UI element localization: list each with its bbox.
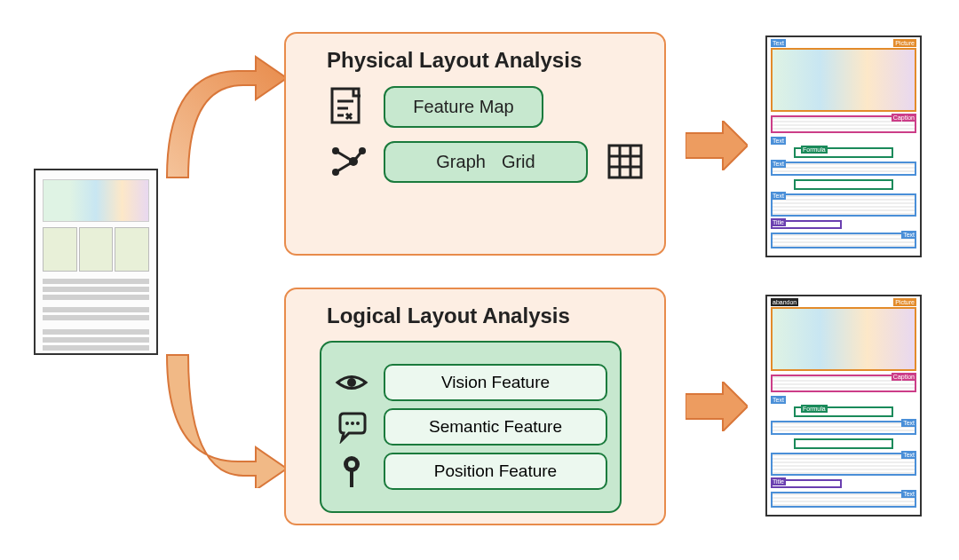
diagram-canvas: Physical Layout Analysis Feature Map Gra…: [0, 0, 959, 560]
input-document-thumbnail: [34, 169, 158, 355]
logical-output-doc: abandon Picture Caption Text Formula Tex…: [765, 295, 922, 517]
label-picture-2: Picture: [893, 298, 916, 306]
position-feature-row: Position Feature: [334, 453, 607, 490]
svg-point-8: [332, 169, 339, 176]
physical-output-doc: Text Picture Caption Text Formula Text T…: [765, 35, 922, 257]
label-title-2: Title: [771, 477, 786, 485]
label-text-l3: Text: [901, 451, 916, 459]
output-arrow-top: [686, 121, 748, 170]
grid-label: Grid: [502, 152, 535, 172]
graph-grid-row: Graph Grid: [325, 140, 648, 183]
grid-icon: [604, 140, 646, 183]
svg-point-19: [356, 422, 360, 425]
label-caption-2: Caption: [892, 373, 916, 381]
graph-label: Graph: [436, 152, 486, 172]
flow-arrow-top: [158, 44, 291, 186]
label-abandon: abandon: [771, 298, 798, 306]
document-icon: [325, 85, 368, 128]
physical-layout-panel: Physical Layout Analysis Feature Map Gra…: [284, 32, 666, 256]
graph-icon: [325, 140, 368, 183]
svg-point-16: [347, 378, 356, 387]
svg-rect-11: [609, 146, 641, 177]
flow-arrow-bottom: [158, 346, 291, 488]
label-title: Title: [771, 218, 786, 226]
graph-grid-pill: Graph Grid: [384, 141, 588, 183]
svg-point-10: [359, 147, 366, 154]
semantic-feature-row: Semantic Feature: [334, 408, 607, 446]
label-caption: Caption: [892, 114, 916, 122]
label-formula-2: Formula: [801, 405, 828, 413]
position-feature-pill: Position Feature: [384, 453, 607, 490]
eye-icon: [334, 365, 369, 400]
logical-title: Logical Layout Analysis: [327, 304, 648, 328]
label-text: Text: [771, 39, 786, 47]
feature-map-pill: Feature Map: [384, 86, 543, 128]
feature-map-label: Feature Map: [413, 97, 513, 117]
svg-point-18: [351, 422, 354, 425]
label-text-5: Text: [901, 231, 916, 239]
pin-icon: [334, 454, 369, 489]
feature-map-row: Feature Map: [325, 85, 648, 128]
svg-point-9: [349, 157, 358, 166]
output-arrow-bottom: [686, 382, 748, 431]
label-text-4: Text: [771, 192, 786, 200]
svg-point-17: [345, 422, 349, 425]
vision-feature-row: Vision Feature: [334, 364, 607, 401]
svg-point-21: [348, 461, 355, 468]
label-text-l4: Text: [901, 490, 916, 498]
svg-point-7: [332, 147, 339, 154]
feature-group: Vision Feature Semantic Feature Position…: [320, 341, 622, 513]
chat-icon: [334, 409, 369, 445]
label-formula: Formula: [801, 146, 828, 154]
semantic-feature-pill: Semantic Feature: [384, 408, 607, 446]
label-text-l2: Text: [901, 419, 916, 427]
label-text-3: Text: [771, 160, 786, 168]
vision-feature-pill: Vision Feature: [384, 364, 607, 401]
label-picture: Picture: [893, 39, 916, 47]
label-text-2: Text: [771, 137, 786, 145]
label-text-l1: Text: [771, 396, 786, 404]
logical-layout-panel: Logical Layout Analysis Vision Feature S…: [284, 288, 666, 525]
physical-title: Physical Layout Analysis: [327, 48, 648, 73]
